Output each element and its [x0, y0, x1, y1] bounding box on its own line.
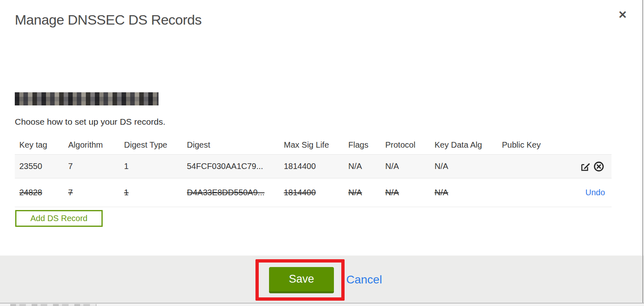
cell-max-sig-life: 1814400 [284, 162, 316, 171]
dnssec-modal: Manage DNSSEC DS Records ✕ Choose how to… [0, 0, 644, 306]
col-header-public-key: Public Key [497, 140, 563, 150]
cell-key-data-alg: N/A [435, 188, 448, 197]
cell-digest-type: 1 [124, 162, 129, 171]
page-behind-strip [0, 304, 644, 306]
cell-flags: N/A [348, 188, 362, 197]
col-header-digest: Digest [182, 140, 279, 150]
row-actions [563, 160, 612, 173]
cell-key-data-alg: N/A [435, 162, 448, 171]
ds-records-table: Key tag Algorithm Digest Type Digest Max… [15, 135, 612, 207]
page-behind-blurred-content [10, 304, 97, 306]
col-header-key-tag: Key tag [15, 140, 64, 150]
save-button[interactable]: Save [269, 267, 334, 293]
cell-key-tag: 23550 [19, 162, 42, 171]
cell-algorithm: 7 [68, 188, 73, 197]
undo-link[interactable]: Undo [585, 188, 605, 197]
cell-protocol: N/A [385, 162, 399, 171]
redacted-domain-name [15, 92, 159, 105]
row-actions: Undo [563, 188, 612, 197]
cell-digest: 54FCF030AA1C79... [187, 162, 263, 171]
cell-key-tag: 24828 [19, 188, 42, 197]
edit-icon[interactable] [580, 160, 592, 173]
cell-algorithm: 7 [68, 162, 73, 171]
col-header-algorithm: Algorithm [64, 140, 120, 150]
add-ds-record-button[interactable]: Add DS Record [15, 210, 103, 227]
table-row: 23550 7 1 54FCF030AA1C79... 1814400 N/A … [15, 154, 612, 178]
table-row-deleted: 24828 7 1 D4A33E8DD550A9... 1814400 N/A … [15, 178, 612, 207]
cancel-link[interactable]: Cancel [346, 273, 382, 286]
cell-digest: D4A33E8DD550A9... [187, 188, 264, 197]
col-header-digest-type: Digest Type [120, 140, 182, 150]
page-title: Manage DNSSEC DS Records [15, 11, 202, 28]
table-header-row: Key tag Algorithm Digest Type Digest Max… [15, 135, 612, 154]
modal-right-border [642, 0, 643, 303]
cell-flags: N/A [348, 162, 362, 171]
col-header-protocol: Protocol [381, 140, 430, 150]
cell-max-sig-life: 1814400 [284, 188, 316, 197]
col-header-flags: Flags [344, 140, 381, 150]
subtitle-text: Choose how to set up your DS records. [15, 117, 166, 127]
col-header-max-sig-life: Max Sig Life [279, 140, 344, 150]
cell-digest-type: 1 [124, 188, 129, 197]
cell-protocol: N/A [385, 188, 399, 197]
delete-icon[interactable] [593, 160, 605, 173]
close-icon[interactable]: ✕ [615, 7, 630, 22]
col-header-key-data-alg: Key Data Alg [430, 140, 497, 150]
